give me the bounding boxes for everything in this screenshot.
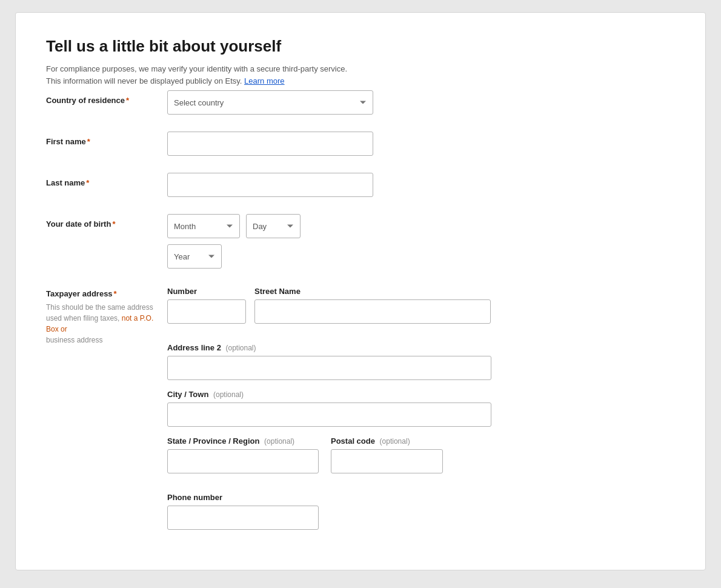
dob-label: Your date of birth*	[46, 219, 115, 229]
subtitle-text: For compliance purposes, we may verify y…	[46, 63, 675, 87]
street-name-label: Street Name	[254, 287, 491, 296]
day-select-wrapper: Day	[246, 214, 301, 238]
first-name-label-col: First name*	[46, 132, 167, 146]
street-name-input[interactable]	[254, 299, 491, 324]
dob-field-col: Month January February March April May J…	[167, 214, 675, 269]
last-name-label: Last name*	[46, 178, 89, 187]
country-select[interactable]: Select country	[167, 90, 373, 115]
number-group: Number	[167, 287, 246, 324]
subtitle-line2: This information will never be displayed…	[46, 76, 242, 85]
postal-label: Postal code (optional)	[331, 436, 443, 446]
city-input[interactable]	[167, 403, 491, 427]
country-row: Country of residence* Select country	[46, 90, 675, 115]
taxpayer-desc: This should be the same address used whe…	[46, 302, 167, 346]
state-postal-row: State / Province / Region (optional) Pos…	[167, 436, 675, 483]
address-line2-group: Address line 2 (optional)	[167, 343, 675, 380]
city-label: City / Town (optional)	[167, 390, 675, 399]
last-name-field-col	[167, 173, 675, 197]
first-name-row: First name*	[46, 132, 675, 156]
country-select-wrapper: Select country	[167, 90, 373, 115]
address-fields: Number Street Name Address line 2 (optio…	[167, 287, 675, 540]
first-name-field-col	[167, 132, 675, 156]
state-label: State / Province / Region (optional)	[167, 436, 319, 446]
dob-fields-row: Month January February March April May J…	[167, 214, 675, 238]
taxpayer-label: Taxpayer address*	[46, 289, 167, 298]
postal-input[interactable]	[331, 449, 443, 473]
state-group: State / Province / Region (optional)	[167, 436, 319, 473]
phone-label: Phone number	[167, 493, 675, 502]
day-select[interactable]: Day	[246, 214, 301, 238]
main-card: Tell us a little bit about yourself For …	[15, 12, 706, 570]
last-name-input[interactable]	[167, 173, 373, 197]
month-select[interactable]: Month January February March April May J…	[167, 214, 240, 238]
address-line2-input[interactable]	[167, 356, 491, 380]
phone-group: Phone number	[167, 493, 675, 530]
month-select-wrapper: Month January February March April May J…	[167, 214, 240, 238]
year-select[interactable]: Year	[167, 244, 222, 269]
first-name-label: First name*	[46, 137, 90, 146]
last-name-required: *	[86, 178, 89, 187]
number-input[interactable]	[167, 299, 246, 324]
address-line2-optional: (optional)	[226, 344, 256, 352]
country-label-col: Country of residence*	[46, 90, 167, 105]
city-optional: (optional)	[213, 390, 244, 399]
last-name-row: Last name*	[46, 173, 675, 197]
learn-more-link[interactable]: Learn more	[244, 76, 284, 85]
country-label: Country of residence*	[46, 96, 129, 105]
dob-required: *	[112, 219, 115, 229]
first-name-required: *	[87, 137, 90, 146]
dob-year-row: Year	[167, 244, 675, 269]
year-select-wrapper: Year	[167, 244, 222, 269]
number-label: Number	[167, 287, 246, 296]
city-group: City / Town (optional)	[167, 390, 675, 427]
street-name-group: Street Name	[254, 287, 491, 324]
taxpayer-required: *	[114, 289, 117, 298]
state-input[interactable]	[167, 449, 319, 473]
taxpayer-label-col: Taxpayer address* This should be the sam…	[46, 287, 167, 346]
phone-input[interactable]	[167, 506, 319, 530]
taxpayer-row: Taxpayer address* This should be the sam…	[46, 287, 675, 540]
subtitle-line1: For compliance purposes, we may verify y…	[46, 64, 347, 73]
last-name-label-col: Last name*	[46, 173, 167, 187]
dob-label-col: Your date of birth*	[46, 214, 167, 229]
first-name-input[interactable]	[167, 132, 373, 156]
address-line2-label: Address line 2 (optional)	[167, 343, 675, 352]
state-optional: (optional)	[264, 437, 294, 446]
postal-optional: (optional)	[380, 437, 410, 446]
number-street-row: Number Street Name	[167, 287, 675, 333]
postal-group: Postal code (optional)	[331, 436, 443, 473]
country-required: *	[126, 96, 129, 105]
dob-row: Your date of birth* Month January Februa…	[46, 214, 675, 269]
country-field-col: Select country	[167, 90, 675, 115]
page-title: Tell us a little bit about yourself	[46, 37, 675, 56]
